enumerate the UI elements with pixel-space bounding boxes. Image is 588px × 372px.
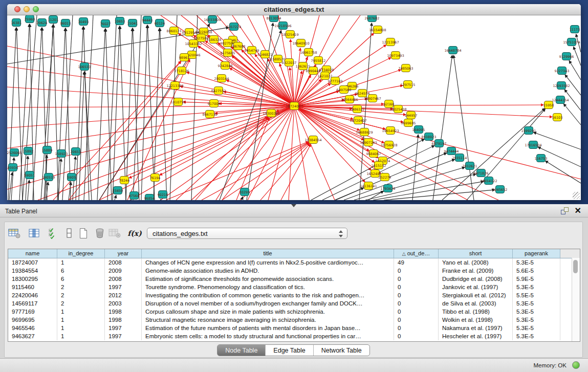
table-cell[interactable]: Estimation of significance thresholds fo… [142, 275, 394, 283]
table-cell[interactable]: 2 [57, 291, 105, 299]
window-titlebar[interactable]: citations_edges.txt [7, 4, 581, 15]
table-cell[interactable]: 1997 [105, 332, 142, 340]
citation-edge-red[interactable] [294, 106, 468, 200]
table-mode-icon[interactable] [8, 226, 22, 241]
function-builder-icon[interactable]: f(x) [127, 226, 142, 241]
table-cell[interactable]: 0 [394, 308, 439, 316]
citation-edge-black[interactable] [170, 15, 177, 200]
table-cell[interactable]: 9115460 [8, 283, 57, 291]
citation-edge-black[interactable] [41, 15, 54, 200]
table-cell[interactable]: 5.3E-5 [513, 299, 560, 308]
table-cell[interactable]: de Silva et al. (2003) [439, 299, 513, 308]
citation-edge-black[interactable] [53, 25, 58, 200]
table-cell[interactable]: 1 [57, 308, 105, 316]
table-row[interactable]: 911546021997Tourette syndrome. Phenomeno… [8, 283, 580, 291]
vertical-scrollbar[interactable] [572, 258, 580, 341]
table-cell[interactable]: 1 [57, 324, 105, 332]
table-cell[interactable]: Dudbridge et al. (2008) [439, 275, 513, 283]
tab-edge-table[interactable]: Edge Table [266, 345, 313, 356]
citation-edge-black[interactable] [433, 55, 452, 200]
table-cell[interactable]: 2008 [105, 258, 142, 267]
column-header-title[interactable]: title [142, 249, 394, 258]
window-resize-grip[interactable] [573, 192, 580, 199]
table-row[interactable]: 977716911998Corpus callosum shape and si… [8, 308, 580, 316]
citation-edge-red[interactable] [202, 142, 309, 200]
network-view-window[interactable]: citations_edges.txt 18724007886012389129… [7, 4, 581, 200]
table-cell[interactable]: Franke et al. (2009) [439, 267, 513, 275]
citation-edge-black[interactable] [453, 55, 474, 200]
table-selector-dropdown[interactable]: citations_edges.txt [147, 228, 347, 239]
citation-edge-black[interactable] [412, 135, 418, 200]
table-cell[interactable]: Structural magnetic resonance image aver… [142, 316, 394, 324]
table-cell[interactable]: 0 [394, 267, 439, 275]
memory-ok-icon[interactable] [572, 361, 580, 369]
table-cell[interactable]: 19384554 [8, 267, 57, 275]
citation-edge-black[interactable] [384, 190, 495, 200]
citation-edge-red[interactable] [191, 106, 294, 200]
column-header-pagerank[interactable]: pagerank [513, 249, 560, 258]
table-row[interactable]: 1830029562008Estimation of significance … [8, 275, 580, 283]
table-panel-header[interactable]: Table Panel ✕ [0, 204, 588, 217]
column-header-name[interactable]: name [8, 249, 57, 258]
table-row[interactable]: 1938455462009Genome-wide association stu… [8, 267, 580, 275]
table-cell[interactable]: Investigating the contribution of common… [142, 291, 394, 299]
table-cell[interactable]: 5.3E-5 [513, 308, 560, 316]
table-cell[interactable]: Tourette syndrome. Phenomenology and cla… [142, 283, 394, 291]
citation-edge-black[interactable] [107, 15, 117, 200]
table-cell[interactable]: 5.3E-5 [513, 258, 560, 267]
citation-edge-black[interactable] [120, 26, 126, 200]
citation-edge-red[interactable] [222, 143, 309, 200]
tab-network-table[interactable]: Network Table [314, 345, 369, 356]
citation-edge-red[interactable] [294, 48, 300, 106]
delete-column-icon[interactable] [93, 226, 107, 241]
table-cell[interactable]: 9699695 [8, 316, 57, 324]
citation-edge-black[interactable] [115, 195, 116, 200]
table-cell[interactable]: Corpus callosum shape and size in male p… [142, 308, 394, 316]
tab-node-table[interactable]: Node Table [217, 345, 266, 356]
table-row[interactable]: 946554611997Estimation of the future num… [8, 324, 580, 332]
table-cell[interactable]: 14569117 [8, 299, 57, 308]
citation-edge-black[interactable] [126, 28, 133, 200]
citation-edge-black[interactable] [574, 47, 581, 65]
table-cell[interactable]: Embryonic stem cells: a model to study s… [142, 332, 394, 340]
citation-edge-black[interactable] [16, 28, 23, 200]
show-columns-icon[interactable] [27, 226, 41, 241]
table-row[interactable]: 969969511998Structural magnetic resonanc… [8, 316, 580, 324]
table-cell[interactable]: 22420046 [8, 291, 57, 299]
table-cell[interactable]: 5.3E-5 [513, 283, 560, 291]
table-cell[interactable]: 6 [57, 267, 105, 275]
table-cell[interactable]: 1997 [105, 283, 142, 291]
table-row[interactable]: 1872400712008Changes of HCN gene express… [8, 258, 580, 267]
table-cell[interactable]: 9777169 [8, 308, 57, 316]
row-height-icon[interactable] [62, 226, 76, 241]
table-cell[interactable]: 0 [394, 316, 439, 324]
column-header-in_degree[interactable]: in_degree [57, 249, 105, 258]
table-cell[interactable]: 1998 [105, 308, 142, 316]
new-column-icon[interactable] [76, 226, 91, 241]
table-cell[interactable]: 0 [394, 291, 439, 299]
citation-edge-red[interactable] [260, 144, 310, 200]
citation-edge-black[interactable] [141, 25, 147, 200]
table-cell[interactable]: 1998 [105, 316, 142, 324]
network-canvas[interactable]: 1872400788601238912954182260589827508818… [7, 15, 581, 200]
table-cell[interactable]: 2 [57, 283, 105, 291]
citation-edge-red[interactable] [294, 15, 360, 106]
table-cell[interactable]: 0 [394, 324, 439, 332]
citation-edge-red[interactable] [222, 106, 294, 200]
table-cell[interactable]: 2008 [105, 275, 142, 283]
column-header-out_de[interactable]: △out_de… [394, 249, 439, 258]
table-cell[interactable]: 5.6E-5 [513, 267, 560, 275]
table-row[interactable]: 2242004622012Investigating the contribut… [8, 291, 580, 299]
table-cell[interactable]: 0 [394, 299, 439, 308]
citation-edge-black[interactable] [62, 15, 73, 200]
table-cell[interactable]: 9465546 [8, 324, 57, 332]
table-cell[interactable]: Yano et al. (2008) [439, 258, 513, 267]
table-cell[interactable]: 1 [57, 316, 105, 324]
table-cell[interactable]: 0 [394, 283, 439, 291]
table-cell[interactable]: 5.3E-5 [513, 332, 560, 340]
scrollbar-thumb[interactable] [573, 260, 578, 273]
citation-edge-red[interactable] [281, 144, 311, 200]
table-cell[interactable]: Wolkin et al. (1998) [439, 316, 513, 324]
citation-edge-black[interactable] [97, 29, 105, 200]
citation-edge-black[interactable] [84, 15, 93, 200]
